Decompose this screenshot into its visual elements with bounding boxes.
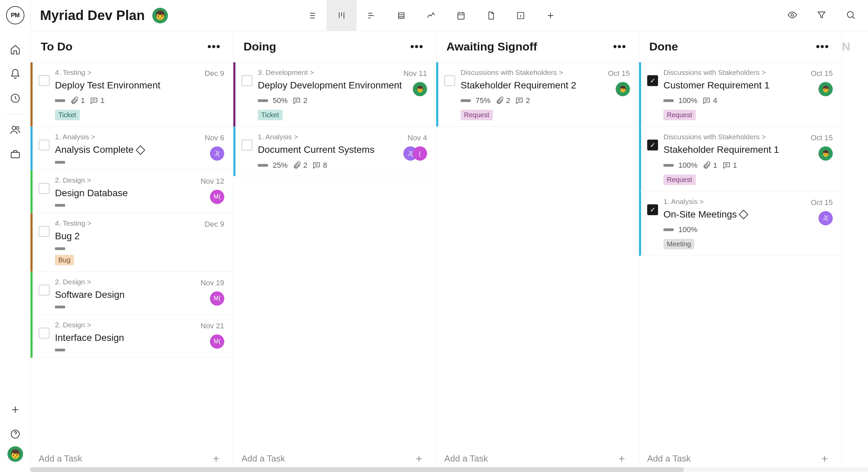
assignee-avatar[interactable]: M( [210, 334, 224, 349]
task-card[interactable]: 4. Testing >Deploy Test Environment11Tic… [31, 62, 233, 127]
assignee-avatars[interactable]: J(( [403, 146, 427, 161]
column-title[interactable]: Doing [244, 40, 276, 53]
assignee-avatar[interactable]: M( [210, 190, 224, 204]
task-card[interactable]: 2. Design >Interface DesignNov 21M( [31, 315, 233, 358]
assignee-avatars[interactable]: 👦 [616, 82, 630, 96]
assignee-avatar[interactable]: 👦 [413, 82, 427, 96]
column-title[interactable]: Awaiting Signoff [446, 40, 537, 53]
bell-icon[interactable] [9, 68, 21, 80]
task-breadcrumb[interactable]: Discussions with Stakeholders > [663, 68, 833, 77]
task-tag[interactable]: Request [663, 175, 696, 185]
assignee-avatar[interactable]: 👦 [818, 146, 833, 161]
assignee-avatar[interactable]: M( [210, 291, 224, 306]
task-checkbox[interactable] [39, 285, 50, 295]
task-tag[interactable]: Ticket [55, 110, 80, 120]
comment-icon[interactable]: 4 [702, 96, 717, 105]
task-tag[interactable]: Bug [55, 255, 74, 265]
comment-icon[interactable]: 2 [292, 96, 307, 105]
task-card[interactable]: 4. Testing >Bug 2BugDec 9 [31, 213, 233, 271]
people-icon[interactable] [9, 124, 21, 136]
task-card[interactable]: ✓1. Analysis >On-Site Meetings100%Meetin… [639, 191, 842, 256]
view-calendar-icon[interactable] [446, 0, 476, 31]
app-logo[interactable]: PM [6, 6, 24, 24]
assignee-avatars[interactable]: 👦 [413, 82, 427, 96]
view-add-icon[interactable] [536, 0, 565, 31]
comment-icon[interactable]: 2 [515, 96, 530, 105]
task-checkbox[interactable] [39, 328, 50, 338]
task-card[interactable]: ✓Discussions with Stakeholders >Stakehol… [639, 127, 842, 191]
task-breadcrumb[interactable]: Discussions with Stakeholders > [663, 133, 833, 141]
task-checkbox[interactable] [444, 75, 455, 86]
task-tag[interactable]: Meeting [663, 239, 694, 249]
task-card[interactable]: 3. Development >Deploy Development Envir… [233, 62, 436, 127]
column-title[interactable]: Done [649, 40, 678, 53]
search-icon[interactable] [846, 10, 856, 21]
assignee-avatar[interactable]: 👦 [616, 82, 630, 96]
home-icon[interactable] [9, 43, 21, 56]
task-card[interactable]: ✓Discussions with Stakeholders >Customer… [639, 62, 842, 127]
view-board-icon[interactable] [327, 0, 356, 31]
assignee-avatar[interactable]: ( [413, 146, 427, 161]
column-menu-icon[interactable]: ••• [410, 40, 424, 53]
task-checkbox[interactable] [39, 140, 50, 150]
assignee-avatar[interactable]: J( [818, 211, 833, 225]
column-title[interactable]: To Do [41, 40, 73, 53]
assignee-avatars[interactable]: M( [210, 334, 224, 349]
task-breadcrumb[interactable]: 2. Design > [55, 278, 224, 286]
task-breadcrumb[interactable]: 4. Testing > [55, 219, 224, 227]
task-card[interactable]: 1. Analysis >Document Current Systems25%… [233, 127, 436, 176]
task-card[interactable]: 2. Design >Design DatabaseNov 12M( [31, 170, 233, 213]
column-menu-icon[interactable]: ••• [816, 40, 829, 53]
assignee-avatars[interactable]: M( [210, 291, 224, 306]
task-checkbox[interactable]: ✓ [647, 140, 658, 150]
filter-icon[interactable] [816, 10, 827, 21]
view-chart-icon[interactable] [416, 0, 446, 31]
task-checkbox[interactable] [39, 183, 50, 194]
plus-icon[interactable] [9, 404, 21, 416]
column-menu-icon[interactable]: ••• [207, 40, 221, 53]
view-list-icon[interactable] [297, 0, 327, 31]
task-breadcrumb[interactable]: 2. Design > [55, 176, 224, 184]
task-tag[interactable]: Request [663, 110, 696, 120]
comment-icon[interactable]: 8 [312, 161, 327, 170]
task-checkbox[interactable] [242, 140, 252, 150]
task-checkbox[interactable]: ✓ [647, 204, 658, 215]
eye-icon[interactable] [787, 10, 797, 21]
view-doc-icon[interactable] [476, 0, 506, 31]
task-checkbox[interactable] [39, 75, 50, 86]
task-checkbox[interactable] [39, 226, 50, 237]
task-card[interactable]: 2. Design >Software DesignNov 19M( [31, 272, 233, 315]
task-card[interactable]: Discussions with Stakeholders >Stakehold… [436, 62, 639, 127]
assignee-avatars[interactable]: 👦 [818, 146, 833, 161]
view-table-icon[interactable] [386, 0, 416, 31]
attachment-icon[interactable]: 1 [702, 161, 717, 170]
view-gantt-icon[interactable] [356, 0, 386, 31]
task-breadcrumb[interactable]: 2. Design > [55, 321, 224, 329]
attachment-icon[interactable]: 1 [70, 96, 85, 105]
task-breadcrumb[interactable]: 1. Analysis > [55, 133, 224, 141]
comment-icon[interactable]: 1 [90, 96, 104, 105]
comment-icon[interactable]: 1 [722, 161, 737, 170]
assignee-avatars[interactable]: 👦 [818, 82, 833, 96]
view-panel-icon[interactable] [506, 0, 536, 31]
assignee-avatars[interactable]: J( [210, 146, 224, 161]
assignee-avatars[interactable]: M( [210, 190, 224, 204]
task-tag[interactable]: Request [461, 110, 493, 120]
briefcase-icon[interactable] [9, 148, 21, 160]
task-tag[interactable]: Ticket [258, 110, 283, 120]
task-card[interactable]: 1. Analysis >Analysis CompleteNov 6J( [31, 127, 233, 170]
column-menu-icon[interactable]: ••• [613, 40, 626, 53]
project-owner-avatar[interactable]: 👦 [152, 8, 168, 23]
assignee-avatar[interactable]: J( [210, 146, 224, 161]
task-breadcrumb[interactable]: 3. Development > [258, 68, 427, 77]
clock-icon[interactable] [9, 92, 21, 104]
assignee-avatars[interactable]: J( [818, 211, 833, 225]
horizontal-scrollbar[interactable] [31, 467, 868, 472]
task-breadcrumb[interactable]: 1. Analysis > [663, 198, 833, 206]
task-breadcrumb[interactable]: 1. Analysis > [258, 133, 427, 141]
task-checkbox[interactable]: ✓ [647, 75, 658, 86]
task-checkbox[interactable] [242, 75, 252, 86]
help-icon[interactable] [9, 428, 21, 440]
user-avatar[interactable]: 👦 [7, 446, 23, 462]
task-breadcrumb[interactable]: Discussions with Stakeholders > [461, 68, 630, 77]
